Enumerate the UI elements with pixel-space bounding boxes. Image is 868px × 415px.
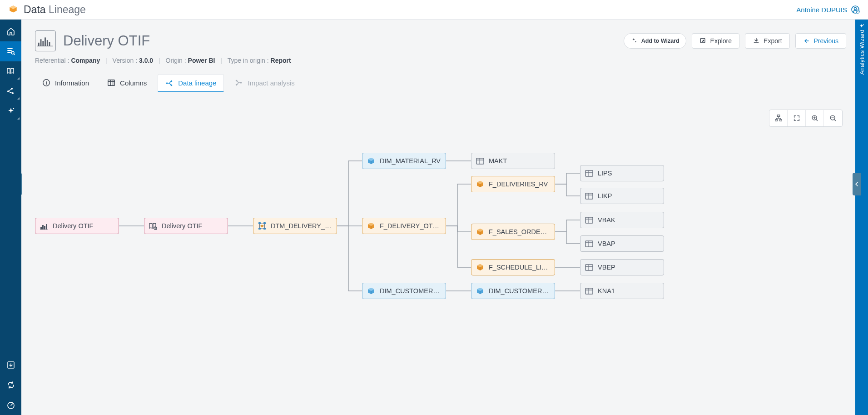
node-delivery-otif-dataset[interactable]: Delivery OTIF xyxy=(144,218,228,234)
node-f-sales-order-rv[interactable]: F_SALES_ORDER_RV xyxy=(471,224,555,240)
right-rail-expand-handle[interactable] xyxy=(853,173,861,195)
info-icon xyxy=(42,79,50,87)
table-icon xyxy=(584,215,594,225)
sparkle-icon xyxy=(630,37,638,45)
cube-icon xyxy=(366,221,376,230)
table-icon xyxy=(584,169,594,178)
table-icon xyxy=(584,286,594,295)
user-name[interactable]: Antoine DUPUIS xyxy=(796,6,847,14)
node-lips[interactable]: LIPS xyxy=(580,165,664,181)
book-search-icon xyxy=(148,221,158,230)
sparkle-icon xyxy=(858,23,865,30)
node-delivery-otif-report[interactable]: Delivery OTIF xyxy=(35,218,119,234)
logo-icon xyxy=(8,5,18,15)
node-dtm-delivery-otif[interactable]: DTM_DELIVERY_OTI… xyxy=(253,218,337,234)
cube-icon xyxy=(366,286,376,295)
cube-icon xyxy=(475,227,485,236)
app-title: Data Lineage xyxy=(24,4,86,16)
nav-home[interactable] xyxy=(0,21,21,41)
table-icon xyxy=(584,263,594,272)
page-meta: Referential : Company | Version : 3.0.0 … xyxy=(35,57,846,64)
add-to-wizard-button[interactable]: Add to Wizard xyxy=(624,33,686,49)
page-header: Delivery OTIF Add to Wizard Explore Expo… xyxy=(35,30,846,51)
tab-data-lineage[interactable]: Data lineage xyxy=(158,74,224,92)
node-vbap[interactable]: VBAP xyxy=(580,235,664,252)
page-type-icon xyxy=(35,30,56,51)
top-bar: Data Lineage Antoine DUPUIS xyxy=(0,0,868,20)
node-dim-material-rv[interactable]: DIM_MATERIAL_RV xyxy=(362,153,446,169)
graph: Delivery OTIF Delivery OTIF DTM_DELIVERY… xyxy=(21,104,855,415)
cube-icon xyxy=(475,180,485,189)
nav-refresh[interactable] xyxy=(0,375,21,395)
left-nav-rail xyxy=(0,20,21,415)
nav-graph[interactable] xyxy=(0,81,21,101)
node-vbep[interactable]: VBEP xyxy=(580,259,664,275)
node-likp[interactable]: LIKP xyxy=(580,188,664,204)
node-dim-customer-rv[interactable]: DIM_CUSTOMER_RV xyxy=(471,283,555,299)
right-panel-collapsed[interactable]: Analytics Wizard xyxy=(855,20,868,415)
barchart-icon xyxy=(39,221,49,230)
table-icon xyxy=(107,79,115,87)
table-icon xyxy=(475,156,485,165)
explore-button[interactable]: Explore xyxy=(692,33,739,49)
node-f-deliveries-rv[interactable]: F_DELIVERIES_RV xyxy=(471,176,555,192)
nav-ai[interactable] xyxy=(0,101,21,121)
table-icon xyxy=(584,191,594,200)
cube-icon xyxy=(475,263,485,272)
right-panel-label: Analytics Wizard xyxy=(858,30,865,81)
flow-icon xyxy=(257,221,267,230)
tab-columns[interactable]: Columns xyxy=(100,74,154,92)
nav-glossary[interactable] xyxy=(0,61,21,81)
export-button[interactable]: Export xyxy=(745,33,789,49)
lineage-canvas[interactable]: Delivery OTIF Delivery OTIF DTM_DELIVERY… xyxy=(21,104,855,415)
user-clock-icon[interactable] xyxy=(851,5,860,14)
node-vbak[interactable]: VBAK xyxy=(580,212,664,228)
node-kna1[interactable]: KNA1 xyxy=(580,283,664,299)
cube-icon xyxy=(475,286,485,295)
arrow-left-icon xyxy=(803,37,810,45)
previous-button[interactable]: Previous xyxy=(795,33,846,49)
node-f-schedule-line[interactable]: F_SCHEDULE_LINE_… xyxy=(471,259,555,275)
nav-import[interactable] xyxy=(0,355,21,375)
nav-monitor[interactable] xyxy=(0,395,21,415)
lineage-icon xyxy=(165,79,174,87)
open-external-icon xyxy=(699,37,707,45)
table-icon xyxy=(584,239,594,248)
tabs: Information Columns Data lineage Impact … xyxy=(35,74,846,93)
impact-icon xyxy=(235,79,243,87)
node-makt[interactable]: MAKT xyxy=(471,153,555,169)
node-dim-customer-s[interactable]: DIM_CUSTOMER_S… xyxy=(362,283,446,299)
node-f-delivery-otif-rv[interactable]: F_DELIVERY_OTIF_RV xyxy=(362,218,446,234)
main-content: Delivery OTIF Add to Wizard Explore Expo… xyxy=(21,20,855,415)
cube-icon xyxy=(366,156,376,165)
download-icon xyxy=(753,37,760,45)
tab-information[interactable]: Information xyxy=(35,74,96,92)
nav-search[interactable] xyxy=(0,41,21,61)
page-actions: Add to Wizard Explore Export Previous xyxy=(624,33,846,49)
tab-impact-analysis: Impact analysis xyxy=(228,74,302,92)
page-title: Delivery OTIF xyxy=(63,33,150,49)
